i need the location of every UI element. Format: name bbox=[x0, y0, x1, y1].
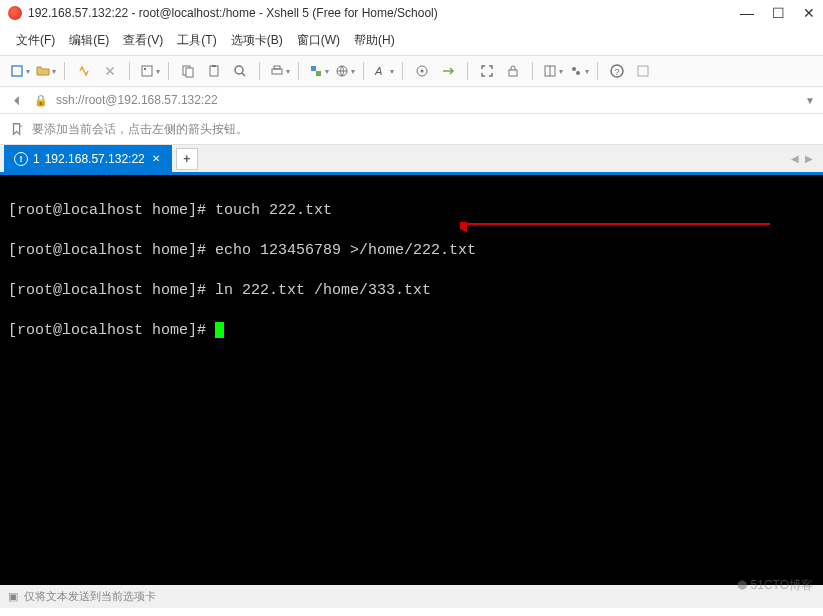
status-bar: ▣ 仅将文本发送到当前选项卡 bbox=[0, 585, 823, 608]
svg-rect-6 bbox=[212, 65, 216, 67]
tab-nav: ◀ ▶ bbox=[791, 153, 819, 164]
svg-rect-8 bbox=[272, 69, 282, 74]
xshell-app-icon bbox=[8, 6, 22, 20]
separator bbox=[597, 62, 598, 80]
separator bbox=[532, 62, 533, 80]
properties-button[interactable] bbox=[138, 60, 160, 82]
font-button[interactable]: A bbox=[372, 60, 394, 82]
svg-point-7 bbox=[235, 66, 243, 74]
separator bbox=[402, 62, 403, 80]
svg-rect-10 bbox=[311, 66, 316, 71]
separator bbox=[363, 62, 364, 80]
separator bbox=[168, 62, 169, 80]
terminal-cmd: touch 222.txt bbox=[215, 202, 332, 219]
separator bbox=[64, 62, 65, 80]
watermark: ⬢ 51CTO博客 bbox=[737, 577, 813, 594]
terminal-prompt: [root@localhost home]# bbox=[8, 202, 215, 219]
svg-rect-9 bbox=[274, 66, 280, 69]
window-controls: — ☐ ✕ bbox=[740, 5, 815, 21]
tab-active[interactable]: ! 1 192.168.57.132:22 ✕ bbox=[4, 145, 172, 172]
lock-icon: 🔒 bbox=[32, 91, 50, 109]
titlebar: 192.168.57.132:22 - root@localhost:/home… bbox=[0, 0, 823, 26]
find-button[interactable] bbox=[229, 60, 251, 82]
tab-close-button[interactable]: ✕ bbox=[150, 153, 162, 164]
terminal-prompt: [root@localhost home]# bbox=[8, 322, 215, 339]
separator bbox=[259, 62, 260, 80]
svg-rect-0 bbox=[12, 66, 22, 76]
separator bbox=[129, 62, 130, 80]
terminal-line: [root@localhost home]# touch 222.txt bbox=[8, 201, 815, 221]
more-button[interactable] bbox=[632, 60, 654, 82]
xftp-button[interactable] bbox=[437, 60, 459, 82]
terminal-line: [root@localhost home]# bbox=[8, 321, 815, 341]
disconnect-button[interactable] bbox=[99, 60, 121, 82]
menu-file[interactable]: 文件(F) bbox=[10, 30, 61, 51]
svg-rect-2 bbox=[144, 68, 146, 70]
lock-button[interactable] bbox=[502, 60, 524, 82]
layout-button[interactable] bbox=[541, 60, 563, 82]
reconnect-button[interactable] bbox=[73, 60, 95, 82]
svg-rect-16 bbox=[509, 70, 517, 76]
svg-rect-1 bbox=[142, 66, 152, 76]
window-title: 192.168.57.132:22 - root@localhost:/home… bbox=[28, 6, 740, 20]
close-button[interactable]: ✕ bbox=[803, 5, 815, 21]
svg-rect-11 bbox=[316, 71, 321, 76]
terminal-cmd: echo 123456789 >/home/222.txt bbox=[215, 242, 476, 259]
info-text: 要添加当前会话，点击左侧的箭头按钮。 bbox=[32, 121, 248, 138]
watermark-text: 51CTO博客 bbox=[751, 578, 813, 592]
status-icon: ▣ bbox=[8, 590, 18, 603]
paste-button[interactable] bbox=[203, 60, 225, 82]
open-session-button[interactable] bbox=[34, 60, 56, 82]
svg-rect-22 bbox=[638, 66, 648, 76]
color-scheme-button[interactable] bbox=[307, 60, 329, 82]
separator bbox=[298, 62, 299, 80]
svg-text:?: ? bbox=[615, 67, 620, 77]
tab-next-button[interactable]: ▶ bbox=[805, 153, 813, 164]
status-text: 仅将文本发送到当前选项卡 bbox=[24, 589, 156, 604]
menu-tabs[interactable]: 选项卡(B) bbox=[225, 30, 289, 51]
copy-button[interactable] bbox=[177, 60, 199, 82]
info-circle-icon: ! bbox=[14, 152, 28, 166]
svg-point-18 bbox=[572, 67, 576, 71]
tab-prev-button[interactable]: ◀ bbox=[791, 153, 799, 164]
address-dropdown-icon[interactable]: ▼ bbox=[805, 95, 815, 106]
help-button[interactable]: ? bbox=[606, 60, 628, 82]
menu-tools[interactable]: 工具(T) bbox=[171, 30, 222, 51]
menu-window[interactable]: 窗口(W) bbox=[291, 30, 346, 51]
svg-point-19 bbox=[576, 71, 580, 75]
menu-help[interactable]: 帮助(H) bbox=[348, 30, 401, 51]
terminal-line: [root@localhost home]# ln 222.txt /home/… bbox=[8, 281, 815, 301]
encoding-button[interactable] bbox=[333, 60, 355, 82]
address-text[interactable]: ssh://root@192.168.57.132:22 bbox=[56, 93, 799, 107]
bookmark-icon[interactable] bbox=[8, 120, 26, 138]
tab-add-button[interactable]: + bbox=[176, 148, 198, 170]
new-session-button[interactable] bbox=[8, 60, 30, 82]
annotation-arrow bbox=[460, 222, 780, 242]
print-button[interactable] bbox=[268, 60, 290, 82]
xagent-button[interactable] bbox=[411, 60, 433, 82]
terminal-cmd: ln 222.txt /home/333.txt bbox=[215, 282, 431, 299]
svg-rect-4 bbox=[186, 68, 193, 77]
terminal-line: [root@localhost home]# echo 123456789 >/… bbox=[8, 241, 815, 261]
watermark-icon: ⬢ bbox=[737, 578, 747, 592]
terminal-prompt: [root@localhost home]# bbox=[8, 242, 215, 259]
svg-text:A: A bbox=[374, 65, 382, 77]
terminal[interactable]: [root@localhost home]# touch 222.txt [ro… bbox=[0, 175, 823, 585]
menu-edit[interactable]: 编辑(E) bbox=[63, 30, 115, 51]
tab-index: 1 bbox=[33, 152, 40, 166]
tab-label: 192.168.57.132:22 bbox=[45, 152, 145, 166]
terminal-prompt: [root@localhost home]# bbox=[8, 282, 215, 299]
svg-rect-5 bbox=[210, 66, 218, 76]
maximize-button[interactable]: ☐ bbox=[772, 5, 785, 21]
back-arrow-icon[interactable]: ⏴ bbox=[8, 91, 26, 109]
script-button[interactable] bbox=[567, 60, 589, 82]
minimize-button[interactable]: — bbox=[740, 5, 754, 21]
menubar: 文件(F) 编辑(E) 查看(V) 工具(T) 选项卡(B) 窗口(W) 帮助(… bbox=[0, 26, 823, 55]
separator bbox=[467, 62, 468, 80]
fullscreen-button[interactable] bbox=[476, 60, 498, 82]
terminal-cursor bbox=[215, 322, 224, 338]
address-bar: ⏴ 🔒 ssh://root@192.168.57.132:22 ▼ bbox=[0, 87, 823, 114]
info-bar: 要添加当前会话，点击左侧的箭头按钮。 bbox=[0, 114, 823, 145]
svg-point-15 bbox=[421, 70, 424, 73]
menu-view[interactable]: 查看(V) bbox=[117, 30, 169, 51]
